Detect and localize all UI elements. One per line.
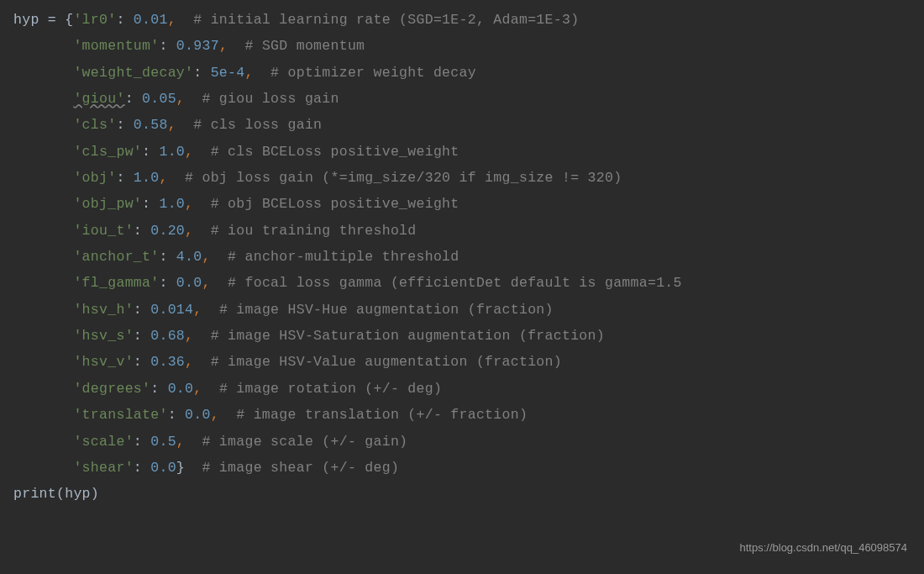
code-line: 'cls': 0.58, # cls loss gain bbox=[13, 112, 911, 138]
code-line: 'scale': 0.5, # image scale (+/- gain) bbox=[13, 429, 911, 455]
print-line: print(hyp) bbox=[13, 481, 911, 507]
code-line: 'fl_gamma': 0.0, # focal loss gamma (eff… bbox=[13, 270, 911, 296]
code-line: 'momentum': 0.937, # SGD momentum bbox=[13, 33, 911, 59]
code-line: 'hsv_h': 0.014, # image HSV-Hue augmenta… bbox=[13, 297, 911, 323]
code-line: 'hsv_v': 0.36, # image HSV-Value augment… bbox=[13, 349, 911, 375]
code-line: 'obj_pw': 1.0, # obj BCELoss positive_we… bbox=[13, 191, 911, 217]
code-line: 'giou': 0.05, # giou loss gain bbox=[13, 86, 911, 112]
code-line: 'degrees': 0.0, # image rotation (+/- de… bbox=[13, 376, 911, 402]
code-line: 'cls_pw': 1.0, # cls BCELoss positive_we… bbox=[13, 139, 911, 165]
code-line: hyp = {'lr0': 0.01, # initial learning r… bbox=[13, 7, 911, 33]
code-line: 'hsv_s': 0.68, # image HSV-Saturation au… bbox=[13, 323, 911, 349]
code-line: 'shear': 0.0} # image shear (+/- deg) bbox=[13, 455, 911, 481]
code-line: 'translate': 0.0, # image translation (+… bbox=[13, 402, 911, 428]
watermark-text: https://blog.csdn.net/qq_46098574 bbox=[740, 538, 908, 559]
code-line: 'anchor_t': 4.0, # anchor-multiple thres… bbox=[13, 244, 911, 270]
code-line: 'obj': 1.0, # obj loss gain (*=img_size/… bbox=[13, 165, 911, 191]
code-block: hyp = {'lr0': 0.01, # initial learning r… bbox=[13, 7, 911, 508]
code-line: 'weight_decay': 5e-4, # optimizer weight… bbox=[13, 60, 911, 86]
code-line: 'iou_t': 0.20, # iou training threshold bbox=[13, 218, 911, 244]
